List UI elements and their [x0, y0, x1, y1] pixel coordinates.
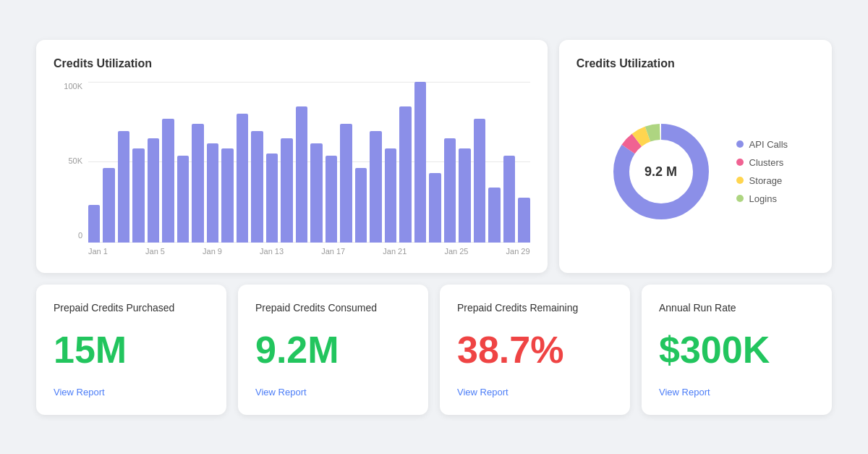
x-label-jan9: Jan 9: [203, 247, 222, 256]
donut-section: 9.2 M API Calls Clusters Storage: [576, 88, 814, 256]
legend-storage: Storage: [736, 175, 788, 186]
donut-svg-container: 9.2 M: [603, 114, 719, 230]
bar-4: [148, 138, 159, 242]
bar-11: [251, 131, 263, 243]
bar-22: [414, 82, 426, 243]
metric-value-purchased: 15M: [54, 331, 209, 369]
y-label-100k: 100K: [54, 82, 82, 91]
donut-chart-card: Credits Utilization 9.2 M: [559, 40, 832, 273]
donut-chart-title: Credits Utilization: [576, 57, 814, 70]
legend-label-clusters: Clusters: [749, 157, 784, 168]
view-report-run-rate[interactable]: View Report: [659, 387, 814, 398]
top-row: Credits Utilization 100K 50K 0: [36, 40, 832, 273]
y-label-50k: 50K: [54, 156, 82, 165]
bar-25: [459, 148, 470, 243]
bar-chart-container: 100K 50K 0 Jan 1: [54, 82, 530, 256]
bar-17: [340, 124, 352, 243]
bar-0: [88, 205, 100, 242]
x-label-jan1: Jan 1: [88, 247, 108, 256]
y-axis: 100K 50K 0: [54, 82, 82, 243]
bar-13: [281, 138, 292, 242]
metric-card-consumed: Prepaid Credits Consumed 9.2M View Repor…: [238, 285, 428, 415]
x-axis: Jan 1 Jan 5 Jan 9 Jan 13 Jan 17 Jan 21 J…: [88, 247, 530, 256]
bars-and-grid: [88, 82, 530, 243]
legend-api-calls: API Calls: [736, 139, 788, 150]
view-report-remaining[interactable]: View Report: [457, 387, 613, 398]
bar-18: [355, 168, 367, 242]
metric-value-run-rate: $300K: [659, 331, 814, 369]
bar-23: [429, 173, 441, 243]
bars-wrapper: [88, 82, 530, 243]
legend-dot-logins: [736, 195, 744, 202]
x-label-jan25: Jan 25: [444, 247, 468, 256]
bar-9: [221, 148, 233, 243]
bar-chart-card: Credits Utilization 100K 50K 0: [36, 40, 548, 273]
bar-12: [266, 154, 278, 243]
legend-dot-clusters: [736, 159, 744, 166]
bar-3: [132, 148, 144, 243]
y-label-0: 0: [54, 231, 82, 240]
metric-value-consumed: 9.2M: [255, 331, 411, 369]
bar-chart-title: Credits Utilization: [54, 57, 530, 70]
legend-dot-storage: [736, 177, 744, 184]
dashboard: Credits Utilization 100K 50K 0: [36, 40, 832, 415]
metric-label-run-rate: Annual Run Rate: [659, 302, 814, 314]
bar-19: [370, 131, 381, 243]
bottom-row: Prepaid Credits Purchased 15M View Repor…: [36, 285, 832, 415]
metric-card-run-rate: Annual Run Rate $300K View Report: [642, 285, 832, 415]
chart-area: 100K 50K 0: [54, 82, 530, 243]
donut-center-value: 9.2 M: [644, 164, 677, 179]
bar-5: [162, 119, 174, 243]
bar-14: [296, 106, 307, 243]
metric-label-consumed: Prepaid Credits Consumed: [255, 302, 411, 314]
metric-card-remaining: Prepaid Credits Remaining 38.7% View Rep…: [440, 285, 630, 415]
metric-value-remaining: 38.7%: [457, 331, 613, 369]
bar-20: [385, 148, 396, 243]
bar-15: [310, 143, 322, 243]
x-label-jan13: Jan 13: [260, 247, 284, 256]
legend-clusters: Clusters: [736, 157, 788, 168]
x-label-jan17: Jan 17: [321, 247, 345, 256]
metric-label-purchased: Prepaid Credits Purchased: [54, 302, 209, 314]
x-label-jan5: Jan 5: [145, 247, 165, 256]
bar-29: [518, 198, 529, 242]
bar-21: [399, 106, 411, 243]
legend-label-api-calls: API Calls: [749, 139, 788, 150]
bar-8: [207, 143, 218, 243]
legend-label-storage: Storage: [749, 175, 783, 186]
legend-logins: Logins: [736, 193, 788, 204]
metric-label-remaining: Prepaid Credits Remaining: [457, 302, 613, 314]
bar-6: [177, 156, 189, 243]
x-label-jan29: Jan 29: [506, 247, 530, 256]
bar-7: [192, 124, 203, 243]
legend-label-logins: Logins: [749, 193, 777, 204]
bar-28: [503, 156, 515, 243]
bar-26: [474, 119, 485, 243]
bar-1: [103, 168, 114, 242]
bar-24: [444, 138, 456, 242]
legend-dot-api-calls: [736, 140, 744, 148]
bar-2: [118, 131, 129, 243]
x-label-jan21: Jan 21: [383, 247, 407, 256]
metric-card-purchased: Prepaid Credits Purchased 15M View Repor…: [36, 285, 226, 415]
bar-27: [488, 188, 500, 242]
bar-10: [237, 114, 248, 243]
view-report-purchased[interactable]: View Report: [54, 387, 209, 398]
donut-legend: API Calls Clusters Storage Logins: [736, 139, 788, 204]
view-report-consumed[interactable]: View Report: [255, 387, 411, 398]
bar-16: [326, 156, 337, 243]
